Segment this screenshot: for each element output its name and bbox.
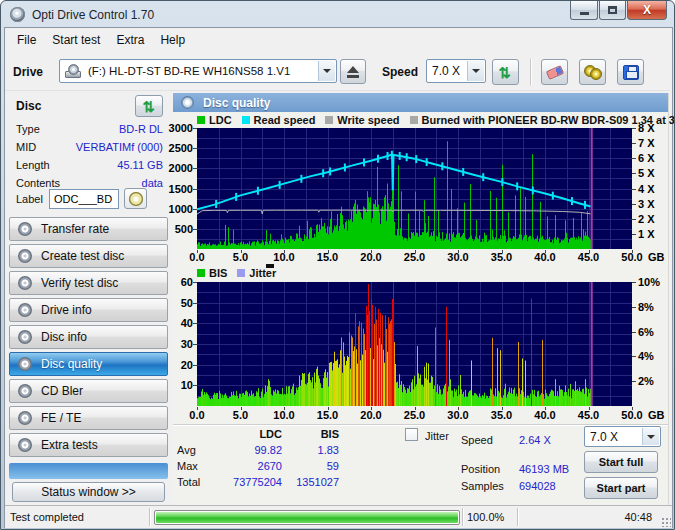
stats-col-ldc: LDC xyxy=(222,428,282,440)
save-button[interactable] xyxy=(617,59,644,85)
cd-icon xyxy=(18,384,32,398)
minimize-button[interactable] xyxy=(570,1,598,20)
disc-label-button[interactable] xyxy=(124,188,147,209)
ldc-speed-chart xyxy=(197,128,632,249)
axis-tick xyxy=(589,250,590,253)
start-part-label: Start part xyxy=(597,482,646,494)
axis-tick-label: 6% xyxy=(638,326,672,338)
axis-tick xyxy=(241,407,242,410)
cd-icon xyxy=(18,411,32,425)
sidebar-item-transfer-rate[interactable]: Transfer rate xyxy=(9,217,168,241)
axis-tick-label: 4 X xyxy=(638,183,672,195)
double-disc-icon xyxy=(584,65,602,79)
test-speed-combo-arrow[interactable] xyxy=(642,428,659,445)
speed-combobox[interactable]: 7.0 X xyxy=(426,59,486,83)
eject-button[interactable] xyxy=(340,59,366,84)
sidebar-item-drive-info[interactable]: Drive info xyxy=(9,298,168,322)
maximize-button[interactable] xyxy=(599,1,626,20)
axis-tick-label: 2000 xyxy=(151,162,193,174)
axis-tick xyxy=(197,250,198,253)
statusbar-separator xyxy=(462,508,463,526)
axis-tick-label: 35.0 xyxy=(482,409,522,421)
axis-tick-label: 500 xyxy=(151,223,193,235)
minimize-icon xyxy=(580,12,589,15)
status-window-button[interactable]: Status window >> xyxy=(12,482,165,502)
close-button[interactable]: X xyxy=(627,1,667,20)
erase-disc-button[interactable] xyxy=(541,59,568,85)
sidebar-item-label: Verify test disc xyxy=(41,276,118,290)
stats-col-bis: BIS xyxy=(279,428,339,440)
speed-label: Speed xyxy=(382,65,418,79)
burned-with-legend-swatch xyxy=(410,116,418,124)
axis-tick xyxy=(284,250,285,253)
sidebar-item-disc-info[interactable]: Disc info xyxy=(9,325,168,349)
drive-combobox[interactable]: (F:) HL-DT-ST BD-RE WH16NS58 1.V1 xyxy=(59,59,337,83)
cd-icon xyxy=(18,276,32,290)
menu-extra[interactable]: Extra xyxy=(108,31,152,49)
axis-tick xyxy=(632,234,636,235)
axis-tick-label: 50.0 xyxy=(612,409,652,421)
axis-tick-label: 20 xyxy=(151,359,193,371)
drive-combo-arrow[interactable] xyxy=(318,61,335,81)
bis-jitter-chart xyxy=(197,282,632,406)
disc-length-label: Length xyxy=(16,159,50,171)
axis-tick-label: 10.0 xyxy=(264,409,304,421)
stats-max-ldc: 2670 xyxy=(222,460,282,472)
sidebar-item-label: Disc quality xyxy=(41,357,102,371)
menu-file[interactable]: File xyxy=(9,31,44,49)
menu-help[interactable]: Help xyxy=(152,31,193,49)
axis-tick-label: 60 xyxy=(151,276,193,288)
start-part-button[interactable]: Start part xyxy=(584,477,658,499)
read-speed-legend-swatch xyxy=(242,116,250,124)
refresh-button[interactable]: ⇄ xyxy=(492,59,519,85)
axis-tick xyxy=(458,250,459,253)
stats-avg-ldc: 99.82 xyxy=(222,444,282,456)
jitter-checkbox[interactable] xyxy=(405,428,418,441)
axis-tick-label: GB xyxy=(648,251,675,263)
menu-start-test[interactable]: Start test xyxy=(44,31,108,49)
legend-label: Read speed xyxy=(254,114,316,126)
axis-tick xyxy=(193,189,197,190)
axis-tick-label: 2 X xyxy=(638,213,672,225)
resize-grip[interactable] xyxy=(660,516,671,527)
start-full-button[interactable]: Start full xyxy=(584,451,658,473)
sidebar-item-verify-test-disc[interactable]: Verify test disc xyxy=(9,271,168,295)
axis-tick-label: 30 xyxy=(151,338,193,350)
axis-tick xyxy=(632,128,636,129)
double-disc-button[interactable] xyxy=(579,59,606,85)
test-speed-combobox[interactable]: 7.0 X xyxy=(584,426,661,447)
sidebar-item-disc-quality[interactable]: Disc quality xyxy=(9,352,168,376)
axis-tick xyxy=(545,250,546,253)
axis-tick xyxy=(632,204,636,205)
sidebar-item-extra-tests[interactable]: Extra tests xyxy=(9,433,168,457)
sidebar-item-cd-bler[interactable]: CD Bler xyxy=(9,379,168,403)
start-full-label: Start full xyxy=(599,456,644,468)
disc-refresh-button[interactable]: ⇄ xyxy=(135,95,163,117)
disc-label-input[interactable] xyxy=(49,189,119,209)
axis-tick-label: 1 X xyxy=(638,228,672,240)
top-chart-legend: LDC Read speed Write speed Burned with P… xyxy=(197,114,675,126)
axis-tick xyxy=(502,407,503,410)
panel-header: Disc quality xyxy=(173,93,668,112)
stats-total-label: Total xyxy=(177,476,200,488)
sidebar-item-label: Create test disc xyxy=(41,249,124,263)
samples-label: Samples xyxy=(461,480,504,492)
axis-tick xyxy=(632,332,636,333)
bottom-chart-legend: BIS Jitter xyxy=(197,267,286,279)
sidebar: Disc ⇄ Type BD-R DL MID VERBATIMf (000) … xyxy=(7,93,170,504)
cd-icon xyxy=(18,249,32,263)
sidebar-item-fe-te[interactable]: FE / TE xyxy=(9,406,168,430)
axis-tick xyxy=(632,356,636,357)
cd-gold-icon xyxy=(129,192,143,206)
stats-avg-bis: 1.83 xyxy=(279,444,339,456)
disc-mid-label: MID xyxy=(16,141,36,153)
drive-icon xyxy=(65,64,83,78)
axis-tick-label: 5 X xyxy=(638,167,672,179)
sidebar-item-label: Transfer rate xyxy=(41,222,109,236)
stats-total-ldc: 73775204 xyxy=(222,476,282,488)
title-bar[interactable]: Opti Drive Control 1.70 X xyxy=(1,1,674,28)
axis-tick xyxy=(371,407,372,410)
speed-combo-arrow[interactable] xyxy=(467,61,484,81)
sidebar-item-create-test-disc[interactable]: Create test disc xyxy=(9,244,168,268)
axis-tick xyxy=(632,282,636,283)
